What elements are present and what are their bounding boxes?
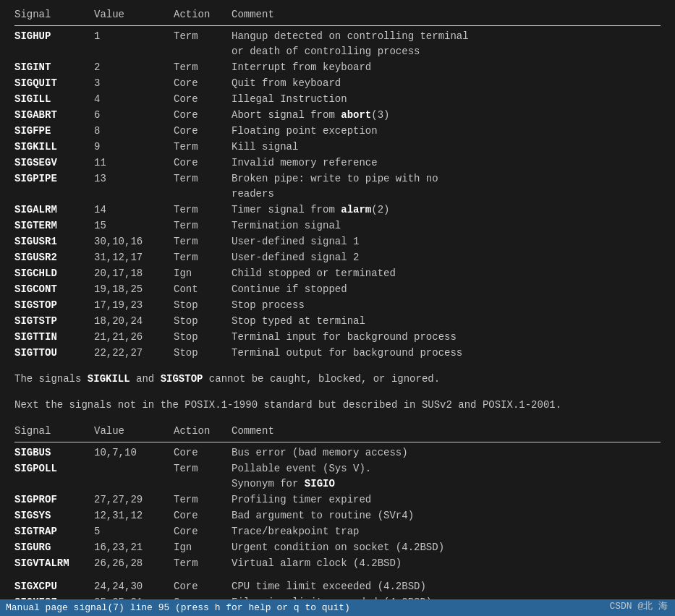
signal-value: [94, 461, 174, 492]
signal-action: Stop: [174, 298, 232, 313]
signal-comment: Pollable event (Sys V).Synonym for SIGIO: [232, 461, 661, 492]
signal-value: 22,22,27: [94, 346, 174, 361]
signal-value: 13: [94, 171, 174, 202]
signal-action: Cont: [174, 282, 232, 297]
bold-text: alarm: [341, 204, 371, 215]
signal-value: 18,20,24: [94, 314, 174, 329]
signal-action: Term: [174, 202, 232, 218]
signal-action: Core: [174, 92, 232, 107]
table-row: SIGTRAP 5 Core Trace/breakpoint trap: [14, 524, 661, 539]
table1-header: Signal Value Action Comment: [14, 7, 661, 26]
signal-value: 8: [94, 124, 174, 139]
paragraph2: Next the signals not in the POSIX.1-1990…: [14, 397, 661, 413]
signal-value: 15: [94, 218, 174, 234]
signal-action: Core: [174, 579, 232, 594]
table-row: SIGTTOU 22,22,27 Stop Terminal output fo…: [14, 346, 661, 361]
table-row: SIGHUP 1 Term Hangup detected on control…: [14, 29, 661, 59]
signal-value: 5: [94, 524, 174, 539]
signal-comment: Stop typed at terminal: [232, 314, 661, 329]
signal-value: 12,31,12: [94, 508, 174, 523]
table-row: SIGTSTP 18,20,24 Stop Stop typed at term…: [14, 314, 661, 329]
signal-value: 6: [94, 108, 174, 123]
signal-name: SIGALRM: [14, 202, 94, 218]
signal-value: 31,12,17: [94, 250, 174, 265]
signal-name: SIGUSR2: [14, 250, 94, 265]
signal-name: SIGQUIT: [14, 76, 94, 91]
signal-name: SIGSEGV: [14, 155, 94, 171]
signal-name: SIGTSTP: [14, 314, 94, 329]
signal-name: SIGKILL: [14, 140, 94, 155]
bold-text: SIGKILL: [88, 373, 130, 385]
signal-action: Ign: [174, 266, 232, 281]
table-row: SIGSTOP 17,19,23 Stop Stop process: [14, 298, 661, 313]
table-row: SIGINT 2 Term Interrupt from keyboard: [14, 60, 661, 75]
signal-action: Term: [174, 250, 232, 265]
signal-name: SIGCONT: [14, 282, 94, 297]
table-row: SIGQUIT 3 Core Quit from keyboard: [14, 76, 661, 91]
status-bar: Manual page signal(7) line 95 (press h f…: [0, 599, 675, 617]
signal-value: 27,27,29: [94, 492, 174, 508]
signal-comment: Kill signal: [232, 140, 661, 155]
signal-comment: Interrupt from keyboard: [232, 60, 661, 75]
table-row: SIGCONT 19,18,25 Cont Continue if stoppe…: [14, 282, 661, 297]
signal-comment: Terminal output for background process: [232, 346, 661, 361]
signal-value: 20,17,18: [94, 266, 174, 281]
watermark: CSDN @北 海: [609, 599, 668, 614]
signal-comment: Continue if stopped: [232, 282, 661, 297]
header-value: Value: [94, 7, 174, 22]
table1-section: Signal Value Action Comment SIGHUP 1 Ter…: [14, 7, 661, 361]
signal-value: 21,21,26: [94, 330, 174, 345]
signal-comment: Quit from keyboard: [232, 76, 661, 91]
signal-value: 19,18,25: [94, 282, 174, 297]
signal-value: 1: [94, 29, 174, 59]
signal-action: Term: [174, 171, 232, 202]
table-row: SIGTTIN 21,21,26 Stop Terminal input for…: [14, 330, 661, 345]
signal-name: SIGABRT: [14, 108, 94, 123]
signal-value: 10,7,10: [94, 445, 174, 461]
signal-value: 3: [94, 76, 174, 91]
signal-comment: Hangup detected on controlling terminalo…: [232, 29, 661, 59]
signal-name: SIGPIPE: [14, 171, 94, 202]
table-row: SIGABRT 6 Core Abort signal from abort(3…: [14, 108, 661, 123]
signal-comment: Illegal Instruction: [232, 92, 661, 107]
signal-value: 11: [94, 155, 174, 171]
signal-action: Core: [174, 445, 232, 461]
table-row: SIGPROF 27,27,29 Term Profiling timer ex…: [14, 492, 661, 508]
paragraph1: The signals SIGKILL and SIGSTOP cannot b…: [14, 371, 661, 387]
signal-action: Stop: [174, 346, 232, 361]
signal-action: Term: [174, 556, 232, 571]
terminal-window: Signal Value Action Comment SIGHUP 1 Ter…: [0, 0, 675, 616]
signal-name: SIGFPE: [14, 124, 94, 139]
signal-name: SIGTERM: [14, 218, 94, 234]
header-comment: Comment: [232, 7, 661, 22]
signal-value: 26,26,28: [94, 556, 174, 571]
table-row: SIGKILL 9 Term Kill signal: [14, 140, 661, 155]
bold-text: SIGSTOP: [161, 373, 203, 385]
signal-comment: User-defined signal 2: [232, 250, 661, 265]
signal-name: SIGTTIN: [14, 330, 94, 345]
signal-value: 9: [94, 140, 174, 155]
bold-text: abort: [341, 109, 371, 121]
table-row: SIGALRM 14 Term Timer signal from alarm(…: [14, 202, 661, 218]
signal-value: 2: [94, 60, 174, 75]
signal-comment: Trace/breakpoint trap: [232, 524, 661, 539]
signal-name: SIGTTOU: [14, 346, 94, 361]
table-row: SIGVTALRM 26,26,28 Term Virtual alarm cl…: [14, 556, 661, 571]
signal-comment: Virtual alarm clock (4.2BSD): [232, 556, 661, 571]
table-row: SIGTERM 15 Term Termination signal: [14, 218, 661, 234]
signal-value: 17,19,23: [94, 298, 174, 313]
signal-comment: Broken pipe: write to pipe with noreader…: [232, 171, 661, 202]
signal-action: Stop: [174, 314, 232, 329]
signal-comment: Terminal input for background process: [232, 330, 661, 345]
signal-action: Term: [174, 140, 232, 155]
signal-name: SIGINT: [14, 60, 94, 75]
table-row: SIGSYS 12,31,12 Core Bad argument to rou…: [14, 508, 661, 523]
signal-value: 16,23,21: [94, 540, 174, 555]
signal-action: Term: [174, 60, 232, 75]
table-row: SIGBUS 10,7,10 Core Bus error (bad memor…: [14, 445, 661, 461]
signal-action: Core: [174, 76, 232, 91]
signal-comment: Termination signal: [232, 218, 661, 234]
header-comment: Comment: [232, 424, 661, 439]
signal-value: 24,24,30: [94, 579, 174, 594]
signal-value: 14: [94, 202, 174, 218]
